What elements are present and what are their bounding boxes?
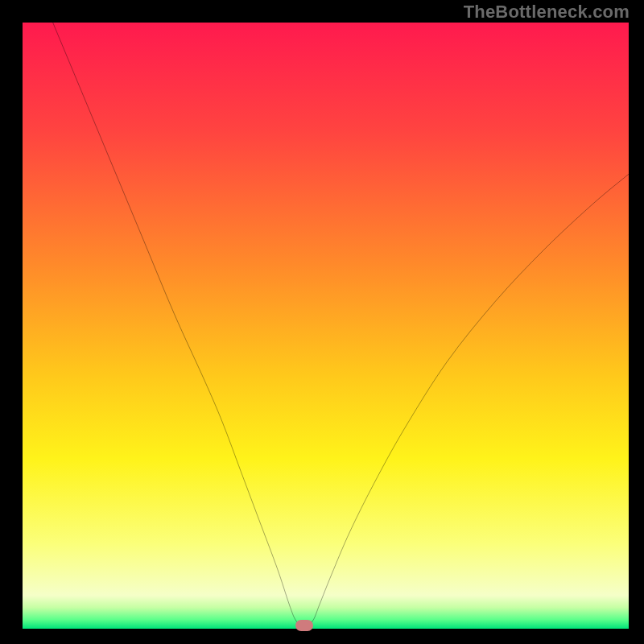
bottleneck-chart [23,23,629,629]
gradient-background [23,23,629,629]
watermark-text: TheBottleneck.com [464,2,630,23]
chart-frame: TheBottleneck.com [0,0,644,644]
operating-point-marker [295,620,313,631]
